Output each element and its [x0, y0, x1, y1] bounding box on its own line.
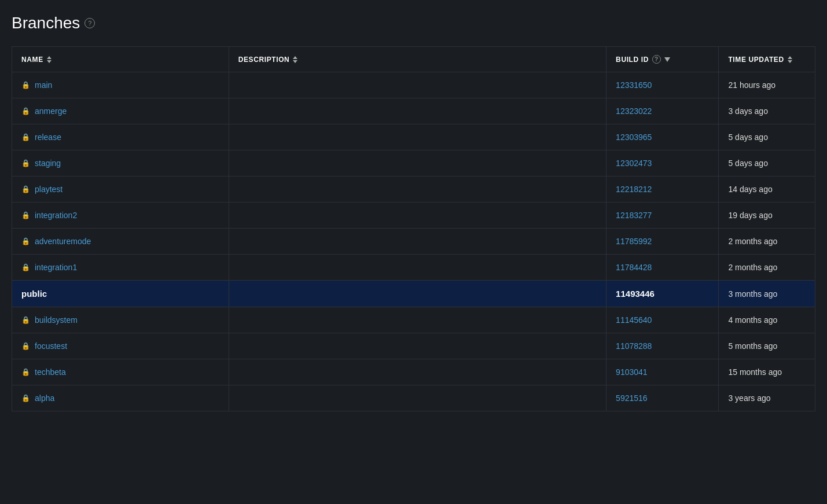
branch-name-link[interactable]: integration1 [35, 263, 77, 272]
branch-build-id-cell: 12302473 [607, 150, 719, 176]
branch-build-id-cell: 5921516 [607, 385, 719, 411]
table-row[interactable]: 🔒alpha59215163 years ago [12, 385, 815, 411]
branch-name-link[interactable]: anmerge [35, 106, 67, 116]
branch-build-id-cell: 12183277 [607, 203, 719, 229]
branch-build-id-cell: 11785992 [607, 229, 719, 255]
branch-time-updated-cell: 3 days ago [719, 98, 815, 124]
build-id-link[interactable]: 12183277 [616, 211, 652, 220]
branch-name-link[interactable]: integration2 [35, 211, 77, 220]
table-row[interactable]: 🔒buildsystem111456404 months ago [12, 307, 815, 333]
lock-icon: 🔒 [21, 133, 30, 141]
build-id-link[interactable]: 5921516 [616, 393, 648, 403]
branch-name-cell: 🔒integration2 [12, 203, 229, 229]
table-row[interactable]: 🔒staging123024735 days ago [12, 150, 815, 176]
page-help-icon[interactable]: ? [84, 18, 95, 28]
branch-name-cell: 🔒adventuremode [12, 229, 229, 255]
build-id-sort-icon[interactable] [664, 57, 670, 62]
page-title: Branches [12, 14, 80, 32]
branch-time-updated-cell: 5 days ago [719, 124, 815, 150]
branch-time-updated-cell: 3 months ago [719, 281, 815, 307]
branch-name-cell: 🔒staging [12, 150, 229, 176]
branch-build-id-cell: 11493446 [607, 281, 719, 307]
branch-time-updated-cell: 19 days ago [719, 203, 815, 229]
table-row[interactable]: public114934463 months ago [12, 281, 815, 307]
branch-description-cell [229, 98, 606, 124]
svg-marker-5 [788, 56, 792, 59]
lock-icon: 🔒 [21, 368, 30, 376]
col-header-build-id: BUILD ID ? [607, 47, 719, 72]
branch-build-id-cell: 11078288 [607, 333, 719, 359]
col-header-description: DESCRIPTION [229, 47, 606, 72]
table-row[interactable]: 🔒anmerge123230223 days ago [12, 98, 815, 124]
branch-description-cell [229, 307, 606, 333]
build-id-link[interactable]: 12218212 [616, 185, 652, 194]
col-header-name: NAME [12, 47, 229, 72]
branch-time-updated-cell: 2 months ago [719, 255, 815, 281]
build-id-help-icon[interactable]: ? [652, 55, 661, 64]
lock-icon: 🔒 [21, 185, 30, 193]
branch-name-link[interactable]: release [35, 133, 61, 142]
branch-time-updated-cell: 5 months ago [719, 333, 815, 359]
table-header-row: NAME DESCRIPTION [12, 47, 815, 72]
branch-name-link[interactable]: staging [35, 159, 61, 168]
description-sort-icon[interactable] [293, 56, 297, 63]
branch-build-id-cell: 12323022 [607, 98, 719, 124]
table-row[interactable]: 🔒playtest1221821214 days ago [12, 176, 815, 203]
col-header-time-updated: TIME UPDATED [719, 47, 815, 72]
lock-icon: 🔒 [21, 394, 30, 402]
table-body: 🔒main1233165021 hours ago🔒anmerge1232302… [12, 72, 815, 411]
branch-name-cell: 🔒playtest [12, 176, 229, 203]
branch-description-cell [229, 176, 606, 203]
svg-marker-6 [788, 60, 792, 63]
branch-name-link[interactable]: focustest [35, 341, 67, 351]
branch-name-cell: 🔒main [12, 72, 229, 98]
branch-name-link[interactable]: public [21, 289, 47, 299]
branch-description-cell [229, 150, 606, 176]
build-id-link[interactable]: 11784428 [616, 263, 652, 272]
branch-name-link[interactable]: alpha [35, 393, 54, 403]
build-id-link[interactable]: 12323022 [616, 106, 652, 116]
branch-name-cell: 🔒focustest [12, 333, 229, 359]
branch-name-link[interactable]: main [35, 80, 52, 90]
build-id-link[interactable]: 11145640 [616, 315, 652, 325]
build-id-link[interactable]: 11493446 [616, 289, 655, 299]
table-row[interactable]: 🔒integration1117844282 months ago [12, 255, 815, 281]
build-id-link[interactable]: 11785992 [616, 237, 652, 246]
build-id-link[interactable]: 12302473 [616, 159, 652, 168]
branch-build-id-cell: 12218212 [607, 176, 719, 203]
branch-name-link[interactable]: buildsystem [35, 315, 78, 325]
build-id-link[interactable]: 12331650 [616, 80, 652, 90]
branch-time-updated-cell: 5 days ago [719, 150, 815, 176]
lock-icon: 🔒 [21, 237, 30, 245]
branch-name-cell: public [12, 281, 229, 307]
branch-description-cell [229, 281, 606, 307]
branch-name-cell: 🔒buildsystem [12, 307, 229, 333]
lock-icon: 🔒 [21, 211, 30, 219]
branch-name-cell: 🔒integration1 [12, 255, 229, 281]
table-row[interactable]: 🔒main1233165021 hours ago [12, 72, 815, 98]
table-row[interactable]: 🔒adventuremode117859922 months ago [12, 229, 815, 255]
time-sort-icon[interactable] [788, 56, 792, 63]
table-row[interactable]: 🔒release123039655 days ago [12, 124, 815, 150]
table-row[interactable]: 🔒integration21218327719 days ago [12, 203, 815, 229]
branch-name-link[interactable]: techbeta [35, 367, 66, 377]
build-id-link[interactable]: 11078288 [616, 341, 652, 351]
branches-table: NAME DESCRIPTION [12, 46, 815, 411]
branch-time-updated-cell: 4 months ago [719, 307, 815, 333]
branch-build-id-cell: 12331650 [607, 72, 719, 98]
table-row[interactable]: 🔒focustest110782885 months ago [12, 333, 815, 359]
branch-name-link[interactable]: adventuremode [35, 237, 91, 246]
branch-time-updated-cell: 15 months ago [719, 359, 815, 385]
svg-marker-4 [664, 57, 670, 62]
name-sort-icon[interactable] [47, 56, 52, 63]
svg-marker-0 [47, 56, 52, 59]
branch-name-link[interactable]: playtest [35, 185, 63, 194]
table-row[interactable]: 🔒techbeta910304115 months ago [12, 359, 815, 385]
build-id-link[interactable]: 12303965 [616, 133, 652, 142]
build-id-link[interactable]: 9103041 [616, 367, 648, 377]
svg-marker-2 [293, 56, 297, 59]
lock-icon: 🔒 [21, 263, 30, 271]
lock-icon: 🔒 [21, 81, 30, 89]
branch-name-cell: 🔒alpha [12, 385, 229, 411]
branch-build-id-cell: 11145640 [607, 307, 719, 333]
